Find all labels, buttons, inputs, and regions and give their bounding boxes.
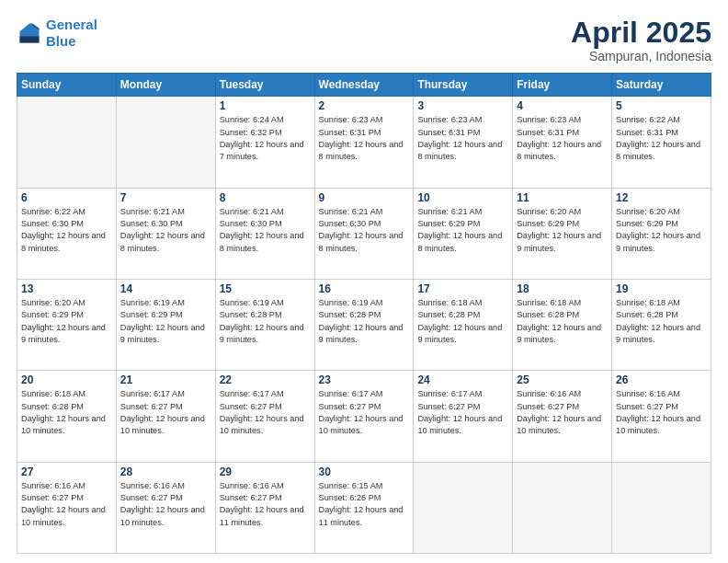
day-info: Sunrise: 6:20 AMSunset: 6:29 PMDaylight:…	[517, 206, 608, 255]
day-info: Sunrise: 6:18 AMSunset: 6:28 PMDaylight:…	[616, 297, 707, 346]
day-info: Sunrise: 6:22 AMSunset: 6:30 PMDaylight:…	[21, 206, 112, 255]
day-info: Sunrise: 6:17 AMSunset: 6:27 PMDaylight:…	[417, 388, 508, 437]
calendar-table: Sunday Monday Tuesday Wednesday Thursday…	[17, 73, 711, 554]
day-info: Sunrise: 6:23 AMSunset: 6:31 PMDaylight:…	[517, 114, 608, 163]
calendar-cell: 3Sunrise: 6:23 AMSunset: 6:31 PMDaylight…	[414, 97, 513, 188]
day-info: Sunrise: 6:16 AMSunset: 6:27 PMDaylight:…	[220, 480, 311, 529]
calendar-cell: 2Sunrise: 6:23 AMSunset: 6:31 PMDaylight…	[314, 97, 414, 188]
day-number: 29	[220, 465, 311, 478]
day-number: 27	[21, 465, 112, 478]
day-info: Sunrise: 6:23 AMSunset: 6:31 PMDaylight:…	[319, 114, 410, 163]
col-sunday: Sunday	[17, 74, 117, 97]
title-block: April 2025 Sampuran, Indonesia	[571, 17, 711, 63]
day-info: Sunrise: 6:18 AMSunset: 6:28 PMDaylight:…	[417, 297, 508, 346]
calendar-cell: 11Sunrise: 6:20 AMSunset: 6:29 PMDayligh…	[513, 188, 612, 279]
day-number: 16	[319, 282, 410, 295]
day-number: 13	[21, 282, 112, 295]
day-number: 3	[417, 99, 508, 112]
calendar-cell	[116, 97, 215, 188]
calendar-cell: 15Sunrise: 6:19 AMSunset: 6:28 PMDayligh…	[215, 279, 314, 370]
day-number: 19	[616, 282, 707, 295]
calendar-week-3: 13Sunrise: 6:20 AMSunset: 6:29 PMDayligh…	[17, 279, 711, 370]
calendar-cell: 13Sunrise: 6:20 AMSunset: 6:29 PMDayligh…	[17, 279, 117, 370]
day-info: Sunrise: 6:24 AMSunset: 6:32 PMDaylight:…	[220, 114, 311, 163]
day-info: Sunrise: 6:21 AMSunset: 6:30 PMDaylight:…	[220, 206, 311, 255]
calendar-cell: 21Sunrise: 6:17 AMSunset: 6:27 PMDayligh…	[116, 371, 215, 462]
day-number: 4	[517, 99, 608, 112]
calendar-cell: 25Sunrise: 6:16 AMSunset: 6:27 PMDayligh…	[513, 371, 612, 462]
location: Sampuran, Indonesia	[571, 49, 711, 63]
day-number: 5	[616, 99, 707, 112]
calendar-cell	[612, 462, 711, 553]
calendar-cell: 26Sunrise: 6:16 AMSunset: 6:27 PMDayligh…	[612, 371, 711, 462]
day-info: Sunrise: 6:23 AMSunset: 6:31 PMDaylight:…	[417, 114, 508, 163]
day-number: 9	[319, 191, 410, 204]
day-number: 11	[517, 191, 608, 204]
calendar-cell: 8Sunrise: 6:21 AMSunset: 6:30 PMDaylight…	[215, 188, 314, 279]
calendar-cell: 1Sunrise: 6:24 AMSunset: 6:32 PMDaylight…	[215, 97, 314, 188]
day-number: 26	[616, 373, 707, 386]
day-info: Sunrise: 6:21 AMSunset: 6:30 PMDaylight:…	[120, 206, 211, 255]
day-number: 8	[220, 191, 311, 204]
day-number: 12	[616, 191, 707, 204]
day-number: 23	[319, 373, 410, 386]
calendar-cell: 28Sunrise: 6:16 AMSunset: 6:27 PMDayligh…	[116, 462, 215, 553]
day-number: 6	[21, 191, 112, 204]
day-number: 10	[417, 191, 508, 204]
calendar-header-row: Sunday Monday Tuesday Wednesday Thursday…	[17, 74, 711, 97]
calendar-week-5: 27Sunrise: 6:16 AMSunset: 6:27 PMDayligh…	[17, 462, 711, 553]
calendar-cell: 22Sunrise: 6:17 AMSunset: 6:27 PMDayligh…	[215, 371, 314, 462]
calendar-cell: 24Sunrise: 6:17 AMSunset: 6:27 PMDayligh…	[414, 371, 513, 462]
calendar-cell: 5Sunrise: 6:22 AMSunset: 6:31 PMDaylight…	[612, 97, 711, 188]
calendar-cell: 12Sunrise: 6:20 AMSunset: 6:29 PMDayligh…	[612, 188, 711, 279]
day-number: 22	[220, 373, 311, 386]
calendar-cell: 14Sunrise: 6:19 AMSunset: 6:29 PMDayligh…	[116, 279, 215, 370]
day-info: Sunrise: 6:19 AMSunset: 6:28 PMDaylight:…	[319, 297, 410, 346]
calendar-cell: 19Sunrise: 6:18 AMSunset: 6:28 PMDayligh…	[612, 279, 711, 370]
calendar-cell: 7Sunrise: 6:21 AMSunset: 6:30 PMDaylight…	[116, 188, 215, 279]
day-number: 18	[517, 282, 608, 295]
col-tuesday: Tuesday	[215, 74, 314, 97]
logo-icon	[17, 20, 42, 46]
calendar-cell: 27Sunrise: 6:16 AMSunset: 6:27 PMDayligh…	[17, 462, 117, 553]
header: General Blue April 2025 Sampuran, Indone…	[17, 17, 711, 63]
day-info: Sunrise: 6:15 AMSunset: 6:26 PMDaylight:…	[319, 480, 410, 529]
logo-general: General	[46, 17, 97, 32]
calendar-cell: 18Sunrise: 6:18 AMSunset: 6:28 PMDayligh…	[513, 279, 612, 370]
day-number: 28	[120, 465, 211, 478]
day-number: 7	[120, 191, 211, 204]
calendar-cell: 30Sunrise: 6:15 AMSunset: 6:26 PMDayligh…	[314, 462, 414, 553]
day-info: Sunrise: 6:20 AMSunset: 6:29 PMDaylight:…	[21, 297, 112, 346]
calendar-cell: 29Sunrise: 6:16 AMSunset: 6:27 PMDayligh…	[215, 462, 314, 553]
page: General Blue April 2025 Sampuran, Indone…	[0, 0, 728, 563]
calendar-cell: 6Sunrise: 6:22 AMSunset: 6:30 PMDaylight…	[17, 188, 117, 279]
calendar-cell: 4Sunrise: 6:23 AMSunset: 6:31 PMDaylight…	[513, 97, 612, 188]
calendar-cell	[414, 462, 513, 553]
day-number: 15	[220, 282, 311, 295]
day-info: Sunrise: 6:19 AMSunset: 6:28 PMDaylight:…	[220, 297, 311, 346]
calendar-cell: 17Sunrise: 6:18 AMSunset: 6:28 PMDayligh…	[414, 279, 513, 370]
day-info: Sunrise: 6:18 AMSunset: 6:28 PMDaylight:…	[21, 388, 112, 437]
calendar-week-4: 20Sunrise: 6:18 AMSunset: 6:28 PMDayligh…	[17, 371, 711, 462]
col-thursday: Thursday	[414, 74, 513, 97]
day-info: Sunrise: 6:21 AMSunset: 6:30 PMDaylight:…	[319, 206, 410, 255]
day-number: 17	[417, 282, 508, 295]
day-info: Sunrise: 6:20 AMSunset: 6:29 PMDaylight:…	[616, 206, 707, 255]
day-info: Sunrise: 6:18 AMSunset: 6:28 PMDaylight:…	[517, 297, 608, 346]
day-number: 14	[120, 282, 211, 295]
calendar-cell: 23Sunrise: 6:17 AMSunset: 6:27 PMDayligh…	[314, 371, 414, 462]
col-monday: Monday	[116, 74, 215, 97]
day-info: Sunrise: 6:16 AMSunset: 6:27 PMDaylight:…	[616, 388, 707, 437]
day-info: Sunrise: 6:16 AMSunset: 6:27 PMDaylight:…	[21, 480, 112, 529]
col-friday: Friday	[513, 74, 612, 97]
calendar-cell: 10Sunrise: 6:21 AMSunset: 6:29 PMDayligh…	[414, 188, 513, 279]
day-info: Sunrise: 6:16 AMSunset: 6:27 PMDaylight:…	[517, 388, 608, 437]
col-saturday: Saturday	[612, 74, 711, 97]
day-number: 30	[319, 465, 410, 478]
calendar-cell: 9Sunrise: 6:21 AMSunset: 6:30 PMDaylight…	[314, 188, 414, 279]
day-info: Sunrise: 6:16 AMSunset: 6:27 PMDaylight:…	[120, 480, 211, 529]
logo-blue: Blue	[46, 33, 76, 49]
day-number: 25	[517, 373, 608, 386]
logo-text: General Blue	[46, 17, 97, 50]
svg-rect-2	[20, 37, 40, 43]
